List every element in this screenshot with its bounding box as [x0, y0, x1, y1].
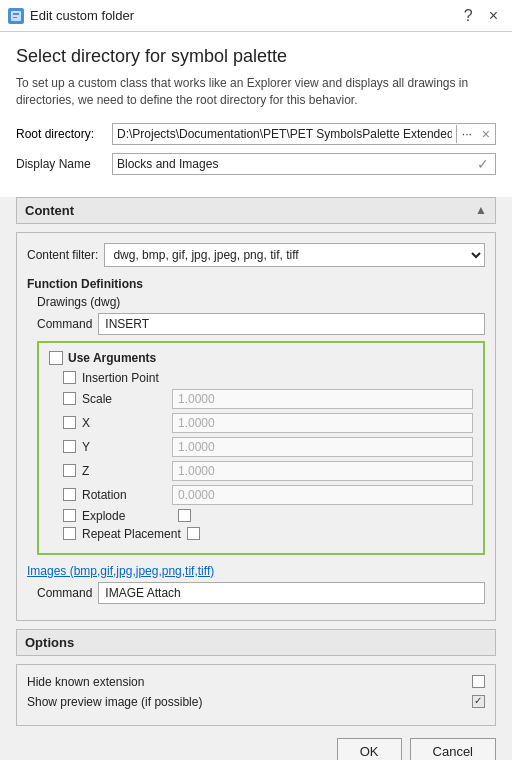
arg-row-rotation: Rotation: [49, 485, 473, 505]
rotation-checkbox[interactable]: [63, 488, 76, 501]
show-preview-checkbox[interactable]: ✓: [472, 695, 485, 708]
y-input[interactable]: [172, 437, 473, 457]
use-arguments-box: Use Arguments Insertion Point Scale X: [37, 341, 485, 555]
display-name-input[interactable]: [113, 154, 471, 174]
title-bar: Edit custom folder ? ×: [0, 0, 512, 32]
help-button[interactable]: ?: [458, 5, 479, 27]
show-preview-label: Show preview image (if possible): [27, 695, 466, 709]
arg-row-x: X: [49, 413, 473, 433]
window-icon: [8, 8, 24, 24]
root-directory-input-wrap: ··· ×: [112, 123, 496, 145]
x-input[interactable]: [172, 413, 473, 433]
options-section-title: Options: [25, 635, 74, 650]
hide-extension-row: Hide known extension: [27, 675, 485, 689]
insertion-point-checkbox[interactable]: [63, 371, 76, 384]
arg-row-explode: Explode: [49, 509, 473, 523]
arg-row-z: Z: [49, 461, 473, 481]
images-label: Images (bmp,gif,jpg,jpeg,png,tif,tiff): [27, 564, 214, 578]
images-command-row: Command: [27, 582, 485, 604]
dialog-body: Select directory for symbol palette To s…: [0, 32, 512, 197]
insertion-point-label: Insertion Point: [82, 371, 172, 385]
svg-rect-0: [11, 11, 21, 21]
x-checkbox[interactable]: [63, 416, 76, 429]
arg-row-repeat-placement: Repeat Placement: [49, 527, 473, 541]
content-section-title: Content: [25, 203, 74, 218]
cancel-button[interactable]: Cancel: [410, 738, 496, 760]
repeat-placement-label: Repeat Placement: [82, 527, 181, 541]
command-row: Command: [27, 313, 485, 335]
display-name-row: Display Name ✓: [16, 153, 496, 175]
show-preview-row: Show preview image (if possible) ✓: [27, 695, 485, 709]
images-command-label: Command: [37, 586, 92, 600]
repeat-placement-checkbox[interactable]: [63, 527, 76, 540]
content-outer: Content ▲ Content filter: dwg, bmp, gif,…: [0, 197, 512, 726]
drawings-label: Drawings (dwg): [27, 295, 485, 309]
arg-row-y: Y: [49, 437, 473, 457]
ok-button[interactable]: OK: [337, 738, 402, 760]
dialog-heading: Select directory for symbol palette: [16, 46, 496, 67]
title-text: Edit custom folder: [30, 8, 134, 23]
explode-checkbox[interactable]: [63, 509, 76, 522]
images-label-wrap: Images (bmp,gif,jpg,jpeg,png,tif,tiff): [27, 563, 485, 578]
svg-rect-1: [13, 13, 19, 15]
command-input[interactable]: [98, 313, 485, 335]
use-arguments-header: Use Arguments: [49, 351, 473, 365]
arg-row-insertion-point: Insertion Point: [49, 371, 473, 385]
z-label: Z: [82, 464, 172, 478]
svg-rect-2: [13, 17, 17, 18]
use-arguments-label: Use Arguments: [68, 351, 156, 365]
explode-value-checkbox[interactable]: [178, 509, 191, 522]
x-label: X: [82, 416, 172, 430]
scale-label: Scale: [82, 392, 172, 406]
function-definitions-label: Function Definitions: [27, 277, 485, 291]
close-button[interactable]: ×: [483, 5, 504, 27]
arg-row-scale: Scale: [49, 389, 473, 409]
options-section-header[interactable]: Options: [16, 629, 496, 656]
hide-extension-label: Hide known extension: [27, 675, 466, 689]
content-filter-label: Content filter:: [27, 248, 98, 262]
rotation-input[interactable]: [172, 485, 473, 505]
root-directory-row: Root directory: ··· ×: [16, 123, 496, 145]
content-section-header[interactable]: Content ▲: [16, 197, 496, 224]
dialog-description: To set up a custom class that works like…: [16, 75, 496, 109]
content-filter-select[interactable]: dwg, bmp, gif, jpg, jpeg, png, tif, tiff: [104, 243, 485, 267]
use-arguments-checkbox[interactable]: [49, 351, 63, 365]
dialog-footer: OK Cancel: [0, 726, 512, 760]
explode-label: Explode: [82, 509, 172, 523]
content-section-arrow: ▲: [475, 203, 487, 217]
display-name-check-icon: ✓: [471, 154, 495, 174]
path-clear-button[interactable]: ×: [477, 124, 495, 144]
options-section: Hide known extension Show preview image …: [16, 664, 496, 726]
root-directory-input[interactable]: [113, 124, 456, 144]
z-input[interactable]: [172, 461, 473, 481]
scale-checkbox[interactable]: [63, 392, 76, 405]
content-filter-row: Content filter: dwg, bmp, gif, jpg, jpeg…: [27, 243, 485, 267]
display-name-label: Display Name: [16, 157, 106, 171]
root-directory-label: Root directory:: [16, 127, 106, 141]
y-label: Y: [82, 440, 172, 454]
y-checkbox[interactable]: [63, 440, 76, 453]
images-command-input[interactable]: [98, 582, 485, 604]
command-label: Command: [37, 317, 92, 331]
options-section-wrap: Options Hide known extension Show previe…: [16, 629, 496, 726]
scale-input[interactable]: [172, 389, 473, 409]
content-section: Content filter: dwg, bmp, gif, jpg, jpeg…: [16, 232, 496, 621]
hide-extension-checkbox[interactable]: [472, 675, 485, 688]
rotation-label: Rotation: [82, 488, 172, 502]
display-name-input-wrap: ✓: [112, 153, 496, 175]
z-checkbox[interactable]: [63, 464, 76, 477]
repeat-placement-value-checkbox[interactable]: [187, 527, 200, 540]
path-ellipsis-button[interactable]: ···: [456, 125, 477, 143]
